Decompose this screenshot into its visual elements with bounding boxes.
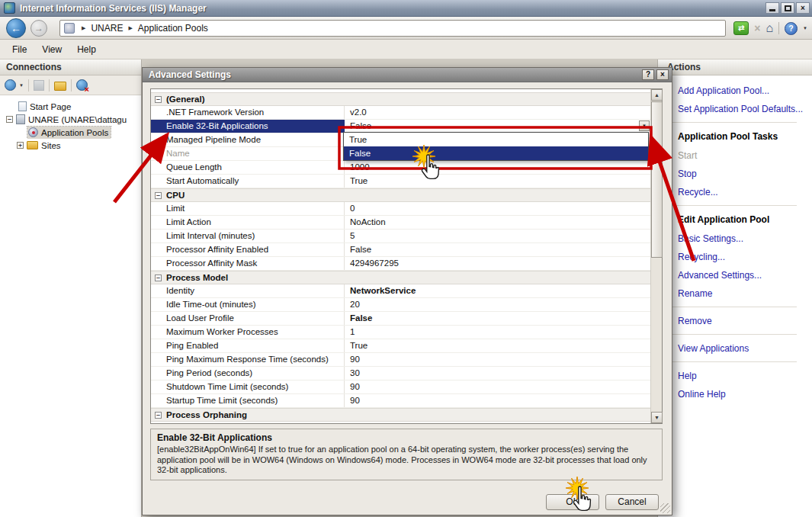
start-page-icon: [18, 101, 27, 111]
collapse-icon[interactable]: −: [155, 275, 162, 281]
minimize-button[interactable]: [765, 2, 779, 14]
scroll-up-button[interactable]: ▲: [651, 89, 663, 101]
grid-row-shutdown-time-limit[interactable]: Shutdown Time Limit (seconds)90: [151, 381, 650, 394]
collapse-icon[interactable]: −: [6, 116, 13, 123]
grid-row-ping-enabled[interactable]: Ping EnabledTrue: [151, 339, 650, 353]
dialog-titlebar[interactable]: Advanced Settings ? ×: [143, 68, 672, 82]
menu-file[interactable]: File: [6, 42, 36, 57]
grid-row-ping-max-response[interactable]: Ping Maximum Response Time (seconds)90: [151, 353, 650, 367]
grid-row-max-worker-processes[interactable]: Maximum Worker Processes1: [151, 326, 650, 339]
action-rename[interactable]: Rename: [678, 288, 807, 299]
action-remove[interactable]: Remove: [678, 316, 807, 326]
actions-divider: [667, 205, 797, 206]
tree-item-application-pools[interactable]: Application Pools: [0, 126, 141, 139]
stop-button[interactable]: ×: [754, 22, 760, 34]
breadcrumb-separator-icon: ▶: [82, 25, 85, 31]
actions-group-header-edit: Edit Application Pool: [678, 214, 807, 225]
grid-section-process-model[interactable]: −Process Model: [151, 271, 650, 284]
grid-row-queue-length[interactable]: Queue Length1000: [151, 161, 650, 175]
property-description-box: Enable 32-Bit Applications [enable32BitA…: [150, 429, 663, 480]
grid-row-idle-timeout[interactable]: Idle Time-out (minutes)20: [151, 298, 650, 312]
help-icon: ?: [788, 24, 793, 33]
collapse-icon[interactable]: −: [155, 192, 162, 199]
tree-item-start-page[interactable]: Start Page: [0, 100, 141, 113]
grid-row-identity[interactable]: IdentityNetworkService: [151, 284, 650, 298]
forward-button[interactable]: →: [30, 20, 47, 37]
action-set-app-pool-defaults[interactable]: Set Application Pool Defaults...: [678, 104, 807, 114]
scrollbar-thumb[interactable]: [651, 101, 663, 258]
dialog-title: Advanced Settings: [146, 69, 640, 80]
actions-group-header-tasks: Application Pool Tasks: [678, 131, 807, 142]
menu-help[interactable]: Help: [71, 42, 105, 57]
grid-row-start-automatically[interactable]: Start AutomaticallyTrue: [151, 175, 650, 188]
action-add-application-pool[interactable]: Add Application Pool...: [678, 85, 807, 96]
grid-row-load-user-profile[interactable]: Load User ProfileFalse: [151, 312, 650, 326]
breadcrumb-app-pools[interactable]: Application Pools: [138, 23, 208, 34]
action-advanced-settings[interactable]: Advanced Settings...: [678, 270, 807, 281]
refresh-button[interactable]: ⇄: [733, 21, 749, 35]
actions-divider: [667, 334, 797, 335]
delete-connection-icon[interactable]: [76, 79, 88, 91]
action-online-help[interactable]: Online Help: [678, 389, 807, 400]
grid-row-startup-time-limit[interactable]: Startup Time Limit (seconds)90: [151, 394, 650, 408]
grid-row-ping-period[interactable]: Ping Period (seconds)30: [151, 367, 650, 381]
question-icon: ?: [646, 70, 650, 79]
grid-row-affinity-mask[interactable]: Processor Affinity Mask4294967295: [151, 257, 650, 271]
close-button[interactable]: ×: [796, 2, 810, 14]
action-basic-settings[interactable]: Basic Settings...: [678, 233, 807, 244]
restore-button[interactable]: [781, 2, 794, 14]
grid-scrollbar[interactable]: ▲ ▼: [650, 89, 662, 423]
expand-icon[interactable]: +: [17, 142, 24, 149]
action-help[interactable]: Help: [678, 371, 807, 381]
grid-row-limit-interval[interactable]: Limit Interval (minutes)5: [151, 230, 650, 243]
grid-row-limit[interactable]: Limit0: [151, 202, 650, 216]
scroll-up-icon: ▲: [654, 92, 660, 98]
collapse-icon[interactable]: −: [155, 96, 162, 103]
dropdown-option-true[interactable]: True: [344, 133, 648, 146]
action-recycle[interactable]: Recycle...: [678, 187, 807, 197]
server-icon: [16, 114, 25, 124]
grid-row-limit-action[interactable]: Limit ActionNoAction: [151, 216, 650, 230]
combo-arrow-icon: ▼: [640, 121, 649, 130]
help-dropdown-icon[interactable]: ▼: [803, 26, 807, 31]
scroll-down-button[interactable]: ▼: [651, 412, 663, 423]
breadcrumb-server[interactable]: UNARE: [91, 23, 123, 34]
cancel-button[interactable]: Cancel: [605, 494, 659, 510]
grid-section-general[interactable]: −(General): [151, 92, 650, 106]
dropdown-button[interactable]: ▼: [639, 120, 650, 131]
help-button[interactable]: ?: [785, 22, 798, 35]
menu-view[interactable]: View: [36, 42, 71, 57]
grid-row-affinity-enabled[interactable]: Processor Affinity EnabledFalse: [151, 243, 650, 257]
dropdown-option-false[interactable]: False: [344, 146, 648, 160]
back-button[interactable]: ←: [6, 18, 26, 38]
minimize-icon: [769, 9, 775, 11]
resize-grip[interactable]: [660, 503, 670, 513]
selected-tree-item: Application Pools: [27, 127, 111, 139]
actions-divider: [667, 307, 797, 307]
forward-arrow-icon: →: [34, 23, 43, 34]
breadcrumb-separator-icon: ▶: [128, 25, 132, 31]
tree-item-server[interactable]: − UNARE (UNARE\dattagu: [0, 113, 141, 126]
home-icon: ⌂: [765, 21, 773, 34]
dialog-help-button[interactable]: ?: [642, 69, 654, 80]
grid-section-process-orphaning[interactable]: −Process Orphaning: [151, 408, 650, 422]
refresh-icon: ⇄: [738, 24, 744, 32]
iis-app-icon: [4, 2, 15, 14]
description-title: Enable 32-Bit Applications: [157, 432, 656, 443]
dialog-close-button[interactable]: ×: [656, 69, 669, 80]
action-stop[interactable]: Stop: [678, 169, 807, 179]
grid-row-net-framework[interactable]: .NET Framework Versionv2.0: [151, 106, 650, 120]
save-connection-icon[interactable]: [34, 80, 44, 91]
collapse-icon[interactable]: −: [155, 412, 162, 419]
create-connection-icon[interactable]: [5, 79, 16, 91]
breadcrumb[interactable]: ▶ UNARE ▶ Application Pools: [59, 20, 726, 37]
up-level-icon[interactable]: [54, 82, 66, 91]
action-start: Start: [678, 150, 807, 161]
ok-button[interactable]: OK: [546, 494, 599, 510]
action-recycling[interactable]: Recycling...: [678, 252, 807, 262]
home-button[interactable]: ⌂: [765, 21, 773, 35]
connection-dropdown-icon[interactable]: ▼: [19, 83, 24, 88]
action-view-applications[interactable]: View Applications: [678, 343, 807, 354]
tree-item-sites[interactable]: + Sites: [0, 139, 141, 152]
grid-section-cpu[interactable]: −CPU: [151, 188, 650, 202]
